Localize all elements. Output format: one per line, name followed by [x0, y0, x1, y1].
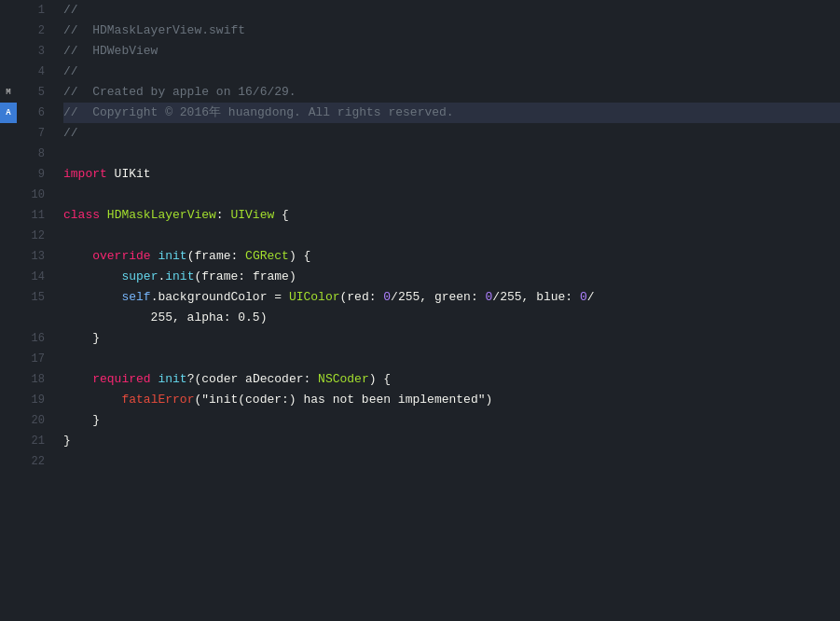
line-number: 18	[17, 369, 52, 390]
code-line: fatalError("init(coder:) has not been im…	[63, 390, 840, 410]
code-line: }	[63, 328, 840, 349]
gutter-marker	[0, 390, 17, 410]
line-number: 13	[17, 246, 52, 267]
gutter-marker	[0, 164, 17, 185]
line-numbers: 12345678910111213141516171819202122	[17, 0, 52, 621]
line-number: 17	[17, 349, 52, 369]
line-number: 12	[17, 226, 52, 246]
code-line	[63, 349, 840, 369]
line-number: 2	[17, 21, 52, 41]
code-line: //	[63, 0, 840, 21]
code-line: // HDMaskLayerView.swift	[63, 21, 840, 41]
gutter-marker	[0, 144, 17, 164]
code-line: // Created by apple on 16/6/29.	[63, 82, 840, 103]
line-number: 8	[17, 144, 52, 164]
gutter-markers: MA	[0, 0, 17, 621]
code-line: import UIKit	[63, 164, 840, 185]
gutter-marker	[0, 0, 17, 21]
gutter-marker: A	[0, 103, 17, 123]
line-number: 6	[17, 103, 52, 123]
gutter-marker	[0, 349, 17, 369]
gutter-marker	[0, 226, 17, 246]
code-line: 255, alpha: 0.5)	[63, 308, 840, 328]
line-number: 15	[17, 287, 52, 308]
code-line: // Copyright © 2016年 huangdong. All righ…	[63, 103, 840, 123]
code-line: required init?(coder aDecoder: NSCoder) …	[63, 369, 840, 390]
gutter-marker	[0, 123, 17, 144]
line-number: 21	[17, 431, 52, 451]
line-number: 22	[17, 451, 52, 472]
gutter-marker	[0, 41, 17, 62]
gutter-marker: M	[0, 82, 17, 103]
gutter-marker	[0, 267, 17, 287]
gutter-marker	[0, 62, 17, 82]
gutter-marker	[0, 410, 17, 431]
code-line: self.backgroundColor = UIColor(red: 0/25…	[63, 287, 840, 308]
code-line	[63, 226, 840, 246]
line-number: 11	[17, 205, 52, 226]
code-line	[63, 185, 840, 205]
code-line	[63, 144, 840, 164]
code-line: }	[63, 410, 840, 431]
code-line: override init(frame: CGRect) {	[63, 246, 840, 267]
line-number: 19	[17, 390, 52, 410]
code-line	[63, 451, 840, 472]
gutter-marker	[0, 308, 17, 328]
line-number: 14	[17, 267, 52, 287]
gutter-marker	[0, 451, 17, 472]
code-area: //// HDMaskLayerView.swift// HDWebView//…	[52, 0, 840, 621]
gutter-marker	[0, 328, 17, 349]
code-line: //	[63, 62, 840, 82]
code-line: }	[63, 431, 840, 451]
line-number: 10	[17, 185, 52, 205]
gutter-marker	[0, 205, 17, 226]
line-number: 20	[17, 410, 52, 431]
code-line: class HDMaskLayerView: UIView {	[63, 205, 840, 226]
line-number: 7	[17, 123, 52, 144]
line-number: 9	[17, 164, 52, 185]
line-number: 1	[17, 0, 52, 21]
gutter-marker	[0, 246, 17, 267]
line-number	[17, 308, 52, 328]
line-number: 5	[17, 82, 52, 103]
code-line: //	[63, 123, 840, 144]
line-number: 3	[17, 41, 52, 62]
gutter-marker	[0, 431, 17, 451]
line-number: 4	[17, 62, 52, 82]
gutter-marker	[0, 21, 17, 41]
gutter-marker	[0, 185, 17, 205]
gutter-marker	[0, 369, 17, 390]
code-line: super.init(frame: frame)	[63, 267, 840, 287]
code-line: // HDWebView	[63, 41, 840, 62]
gutter-marker	[0, 287, 17, 308]
line-number: 16	[17, 328, 52, 349]
